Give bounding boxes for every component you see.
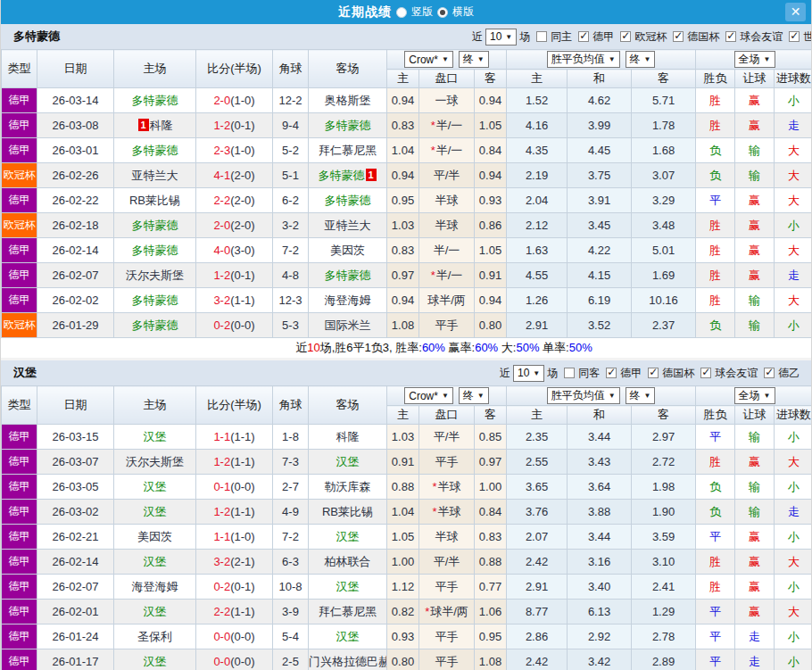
league-filter-label[interactable]: 德甲 (620, 366, 642, 381)
away-team-name[interactable]: 科隆 (336, 430, 360, 443)
home-team-name[interactable]: 汉堡 (144, 605, 167, 618)
home-team-name[interactable]: 汉堡 (144, 505, 167, 518)
league-filter-checkbox[interactable] (620, 31, 631, 42)
match-row: 德甲26-02-22RB莱比锡2-2(2-0)6-2多特蒙德0.95半球0.93… (2, 188, 812, 213)
result-goals: 大 (775, 138, 812, 163)
same-venue-label[interactable]: 同主 (551, 29, 572, 45)
home-team-name[interactable]: 圣保利 (137, 630, 172, 643)
away-team-name[interactable]: 国际米兰 (325, 318, 371, 332)
odds-home: 0.97 (387, 263, 419, 288)
match-count-select[interactable]: 10▼ (485, 29, 517, 45)
section-header: 多特蒙德 近10▼场同主德甲欧冠杯德国杯球会友谊世俱杯 (1, 24, 811, 49)
fulltime-select[interactable]: 全场▼ (734, 51, 775, 68)
away-team-name[interactable]: 多特蒙德 (319, 169, 365, 182)
avg-home: 2.86 (507, 625, 568, 649)
avg-home: 2.55 (507, 450, 568, 475)
same-venue-label[interactable]: 同客 (578, 366, 600, 381)
away-team-name[interactable]: 多特蒙德 (325, 194, 371, 207)
home-team-name[interactable]: 汉堡 (144, 655, 167, 668)
avg-select[interactable]: 胜平负均值▼ (547, 387, 620, 404)
away-team-name[interactable]: 奥格斯堡 (325, 94, 371, 107)
home-team-name[interactable]: 沃尔夫斯堡 (126, 269, 184, 282)
league-filter-label[interactable]: 球会友谊 (740, 29, 783, 45)
league-filter-checkbox[interactable] (700, 368, 711, 378)
result-wdl: 胜 (696, 238, 735, 263)
half-time-score: (0-1) (230, 580, 254, 593)
bookmaker-select[interactable]: Crow*▼ (404, 387, 453, 404)
away-team-name[interactable]: 柏林联合 (325, 555, 371, 568)
league-filter-checkbox[interactable] (648, 368, 659, 378)
league-filter-checkbox[interactable] (673, 31, 684, 42)
home-team-name[interactable]: 多特蒙德 (132, 318, 178, 332)
fulltime-select[interactable]: 全场▼ (734, 387, 775, 404)
vertical-radio-label[interactable]: 竖版 (411, 4, 433, 20)
home-team-name[interactable]: 多特蒙德 (132, 219, 178, 232)
home-team-name[interactable]: 汉堡 (144, 430, 167, 443)
result-handicap: 输 (735, 138, 775, 163)
away-team-name[interactable]: 汉堡 (336, 530, 360, 543)
league-filter-label[interactable]: 世俱杯 (803, 29, 812, 45)
same-venue-checkbox[interactable] (564, 368, 575, 378)
horizontal-radio-label[interactable]: 横版 (452, 4, 474, 20)
league-filter-label[interactable]: 德国杯 (662, 366, 694, 381)
away-team-name[interactable]: 海登海姆 (325, 294, 371, 307)
window-title: 近期战绩 (338, 4, 392, 21)
match-date: 26-03-02 (37, 500, 114, 525)
league-badge: 欧冠杯 (2, 313, 37, 338)
league-filter-label[interactable]: 德国杯 (687, 29, 719, 45)
home-team-name[interactable]: 汉堡 (144, 480, 167, 493)
league-filter-checkbox[interactable] (789, 31, 800, 42)
avg-draw: 3.45 (568, 213, 632, 238)
away-team-name[interactable]: 亚特兰大 (325, 219, 371, 232)
chevron-down-icon: ▼ (764, 55, 771, 63)
avg-away: 2.41 (632, 575, 696, 600)
bookmaker-select[interactable]: Crow*▼ (404, 51, 453, 68)
home-team-name[interactable]: 多特蒙德 (132, 94, 178, 107)
horizontal-radio[interactable] (437, 7, 448, 18)
home-team-name[interactable]: 汉堡 (144, 555, 167, 568)
home-team-name[interactable]: 海登海姆 (132, 580, 178, 593)
avg-final-select[interactable]: 终▼ (626, 51, 656, 68)
league-filter-label[interactable]: 欧冠杯 (634, 29, 667, 45)
away-team-name[interactable]: 多特蒙德 (325, 119, 371, 132)
away-team-name[interactable]: 汉堡 (336, 580, 360, 593)
corner-count: 3-9 (273, 600, 309, 625)
handicap-star-icon: * (431, 119, 435, 132)
away-team-name[interactable]: 拜仁慕尼黑 (319, 144, 377, 157)
odds-final-select[interactable]: 终▼ (459, 387, 489, 404)
close-button[interactable]: ✕ (785, 3, 806, 21)
home-team-name[interactable]: 多特蒙德 (132, 244, 178, 257)
league-filter-checkbox[interactable] (764, 368, 775, 378)
away-team-name[interactable]: 美因茨 (330, 244, 365, 257)
away-team-name[interactable]: 拜仁慕尼黑 (319, 605, 377, 618)
away-team-name[interactable]: 多特蒙德 (325, 269, 371, 282)
team-section: 汉堡 近10▼场同客德甲德国杯球会友谊德乙 类型 日期 主场 比分(半场) 角球… (1, 358, 811, 670)
away-team-name[interactable]: 汉堡 (336, 455, 360, 468)
home-team-name[interactable]: 多特蒙德 (132, 144, 178, 157)
away-team-name[interactable]: 汉堡 (336, 630, 360, 643)
league-filter-label[interactable]: 德乙 (778, 366, 800, 381)
home-team-name[interactable]: 美因茨 (137, 530, 172, 543)
home-team-name[interactable]: RB莱比锡 (129, 194, 180, 207)
avg-final-select[interactable]: 终▼ (626, 387, 656, 404)
away-team-name[interactable]: 勒沃库森 (325, 480, 371, 493)
result-goals: 大 (775, 163, 812, 188)
league-filter-checkbox[interactable] (725, 31, 736, 42)
away-team-name[interactable]: 门兴格拉德巴赫 (309, 655, 387, 668)
col-header-away: 客场 (309, 50, 387, 88)
home-team-name[interactable]: 科隆 (150, 119, 173, 132)
league-filter-label[interactable]: 球会友谊 (715, 366, 758, 381)
home-team-name[interactable]: 沃尔夫斯堡 (126, 455, 184, 468)
avg-select[interactable]: 胜平负均值▼ (547, 51, 620, 68)
col-header-handicap: 盘口 (419, 406, 475, 425)
home-team-name[interactable]: 多特蒙德 (132, 294, 178, 307)
league-filter-checkbox[interactable] (578, 31, 589, 42)
league-filter-label[interactable]: 德甲 (592, 29, 614, 45)
league-filter-checkbox[interactable] (606, 368, 617, 378)
away-team-name[interactable]: RB莱比锡 (322, 505, 373, 518)
home-team-name[interactable]: 亚特兰大 (132, 169, 178, 182)
match-count-select[interactable]: 10▼ (513, 365, 544, 382)
same-venue-checkbox[interactable] (536, 31, 547, 42)
vertical-radio[interactable] (396, 7, 407, 18)
odds-final-select[interactable]: 终▼ (459, 51, 489, 68)
